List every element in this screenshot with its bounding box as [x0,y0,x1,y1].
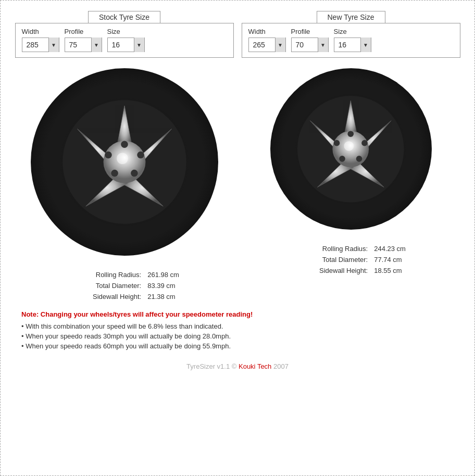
svg-point-24 [356,156,362,162]
svg-point-13 [117,153,128,164]
stock-profile-group: Profile 75 ▼ [65,28,102,52]
stock-width-value: 285 [22,37,48,52]
stock-size-value: 16 [108,37,134,52]
new-width-group: Width 265 ▼ [248,28,286,52]
new-sidewall-height-row: Sidewall Height: 18.55 cm [243,266,459,275]
stock-width-arrow[interactable]: ▼ [48,37,59,52]
stock-size-arrow[interactable]: ▼ [134,37,144,52]
stock-profile-value: 75 [65,37,91,52]
stock-controls-row: Width 285 ▼ Profile 75 ▼ Size [15,23,234,58]
stock-size-group: Size 16 ▼ [107,28,145,52]
svg-point-10 [131,170,138,177]
footer-text: TyreSizer v1.1 © [186,362,239,370]
svg-point-9 [137,152,144,159]
new-profile-arrow[interactable]: ▼ [318,37,328,52]
stock-wheel-svg [54,92,195,232]
new-profile-value: 70 [292,37,318,52]
stock-sidewall-height-value: 21.38 cm [145,292,232,302]
stock-stats-table: Rolling Radius: 261.98 cm Total Diameter… [15,269,234,303]
svg-point-25 [339,156,345,162]
new-width-value: 265 [249,37,275,52]
stock-total-diameter-row: Total Diameter: 83.39 cm [16,281,233,291]
svg-point-27 [344,141,354,151]
new-rolling-radius-value: 244.23 cm [371,244,459,254]
new-width-label: Width [248,28,286,35]
notes-section: Note: Changing your wheels/tyres will af… [11,303,464,357]
footer-brand: Kouki Tech [239,362,271,370]
new-profile-label: Profile [291,28,329,35]
svg-point-11 [111,170,118,177]
footer-year: 2007 [271,362,289,370]
new-width-select[interactable]: 265 ▼ [248,37,286,52]
stock-total-diameter-label: Total Diameter: [16,281,144,291]
main-columns: Stock Tyre Size Width 285 ▼ Profile 75 ▼ [11,11,464,303]
new-stats-table: Rolling Radius: 244.23 cm Total Diameter… [242,243,460,277]
new-tyre-panel: New Tyre Size Width 265 ▼ Profile 70 ▼ [242,11,460,277]
new-wheel-svg [290,89,411,210]
note-bullet-1: • With this combination your speed will … [21,322,454,330]
new-size-arrow[interactable]: ▼ [360,37,371,52]
stock-panel-title: Stock Tyre Size [88,11,160,23]
stock-profile-label: Profile [65,28,102,35]
svg-point-8 [121,141,128,148]
new-rolling-radius-label: Rolling Radius: [243,244,371,254]
stock-profile-select[interactable]: 75 ▼ [65,37,102,52]
stock-total-diameter-value: 83.39 cm [145,281,232,291]
new-width-arrow[interactable]: ▼ [275,37,285,52]
note-bullet-2: • When your speedo reads 30mph you will … [21,332,454,340]
new-total-diameter-label: Total Diameter: [243,255,371,265]
new-total-diameter-value: 77.74 cm [371,255,459,265]
stock-width-group: Width 285 ▼ [22,28,59,52]
new-rolling-radius-row: Rolling Radius: 244.23 cm [243,244,459,254]
stock-size-select[interactable]: 16 ▼ [107,37,145,52]
stock-rolling-radius-value: 261.98 cm [145,270,232,280]
new-sidewall-height-value: 18.55 cm [371,266,459,275]
stock-width-select[interactable]: 285 ▼ [22,37,59,52]
stock-width-label: Width [22,28,59,35]
svg-point-23 [361,140,368,146]
stock-tyre-panel: Stock Tyre Size Width 285 ▼ Profile 75 ▼ [15,11,234,303]
new-total-diameter-row: Total Diameter: 77.74 cm [243,255,459,265]
stock-rolling-radius-row: Rolling Radius: 261.98 cm [16,270,233,280]
svg-point-26 [334,140,340,146]
new-size-value: 16 [334,37,360,52]
new-size-group: Size 16 ▼ [334,28,371,52]
new-profile-select[interactable]: 70 ▼ [291,37,329,52]
note-bullet-3: • When your speedo reads 60mph you will … [21,342,454,350]
new-panel-title: New Tyre Size [317,11,385,23]
svg-point-22 [348,131,354,137]
new-sidewall-height-label: Sidewall Height: [243,266,371,275]
stock-sidewall-height-row: Sidewall Height: 21.38 cm [16,292,233,302]
app-container: Stock Tyre Size Width 285 ▼ Profile 75 ▼ [0,0,475,476]
stock-rolling-radius-label: Rolling Radius: [16,270,144,280]
new-profile-group: Profile 70 ▼ [291,28,329,52]
footer: TyreSizer v1.1 © Kouki Tech 2007 [11,357,464,373]
note-warning: Note: Changing your wheels/tyres will af… [21,310,454,318]
new-wheel-container [270,68,432,230]
new-size-label: Size [334,28,371,35]
stock-profile-arrow[interactable]: ▼ [91,37,102,52]
svg-point-12 [105,152,112,159]
new-controls-row: Width 265 ▼ Profile 70 ▼ Size [242,23,460,58]
stock-sidewall-height-label: Sidewall Height: [16,292,144,302]
stock-size-label: Size [107,28,145,35]
new-size-select[interactable]: 16 ▼ [334,37,371,52]
stock-wheel-container [31,68,218,256]
